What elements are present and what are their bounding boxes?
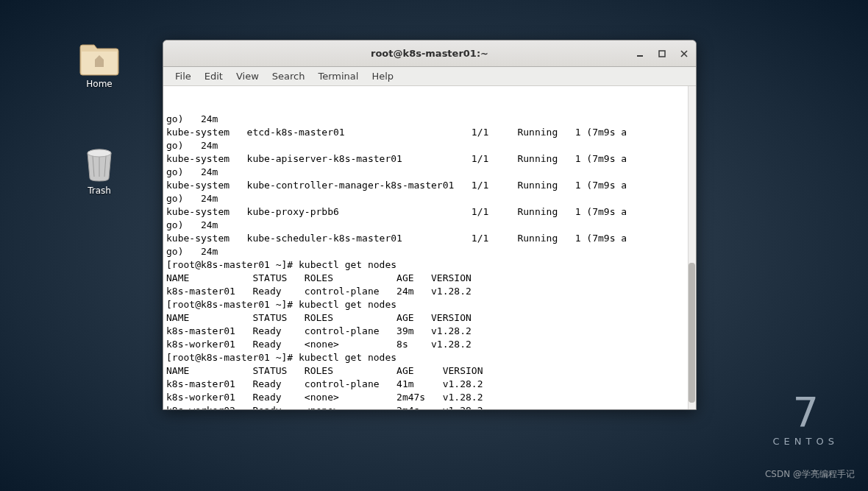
menu-help[interactable]: Help [366,69,399,83]
scroll-thumb[interactable] [689,263,695,403]
folder-icon [78,40,121,76]
home-label: Home [70,79,129,89]
menubar: File Edit View Search Terminal Help [163,67,696,86]
centos-brand: 7 CENTOS [773,392,839,447]
centos-version: 7 [773,392,839,433]
terminal-output[interactable]: go) 24m kube-system etcd-k8s-master01 1/… [163,86,696,409]
trash-bin-icon [78,147,121,183]
svg-point-4 [88,149,111,157]
minimize-button[interactable] [634,48,646,60]
window-controls [634,48,690,60]
maximize-button[interactable] [656,48,668,60]
menu-view[interactable]: View [230,69,265,83]
centos-name: CENTOS [773,436,839,447]
terminal-window: root@k8s-master01:~ File Edit View Searc… [163,40,697,410]
menu-search[interactable]: Search [266,69,311,83]
close-button[interactable] [678,48,690,60]
menu-file[interactable]: File [169,69,197,83]
scrollbar[interactable] [688,86,696,409]
desktop-trash-icon[interactable]: Trash [70,147,129,196]
trash-label: Trash [70,186,129,196]
window-title: root@k8s-master01:~ [371,48,488,59]
menu-terminal[interactable]: Terminal [312,69,364,83]
watermark: CSDN @学亮编程手记 [765,468,855,481]
menu-edit[interactable]: Edit [199,69,229,83]
svg-rect-6 [659,51,665,57]
window-titlebar[interactable]: root@k8s-master01:~ [163,40,696,67]
desktop-home-icon[interactable]: Home [70,40,129,89]
